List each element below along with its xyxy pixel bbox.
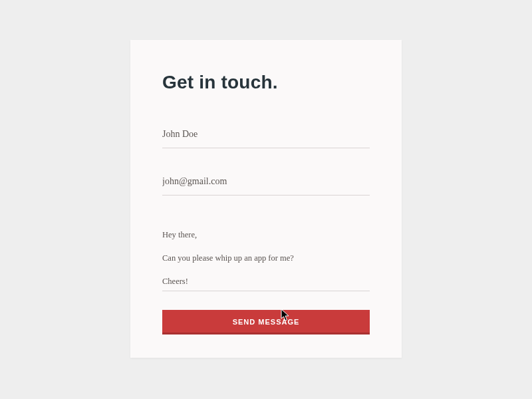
name-input[interactable] [162, 124, 370, 148]
send-message-button[interactable]: SEND MESSAGE [162, 310, 370, 334]
contact-card: Get in touch. Hey there, Can you please … [130, 40, 402, 358]
message-textarea[interactable]: Hey there, Can you please whip up an app… [162, 223, 370, 291]
form-title: Get in touch. [162, 72, 370, 93]
email-input[interactable] [162, 171, 370, 196]
